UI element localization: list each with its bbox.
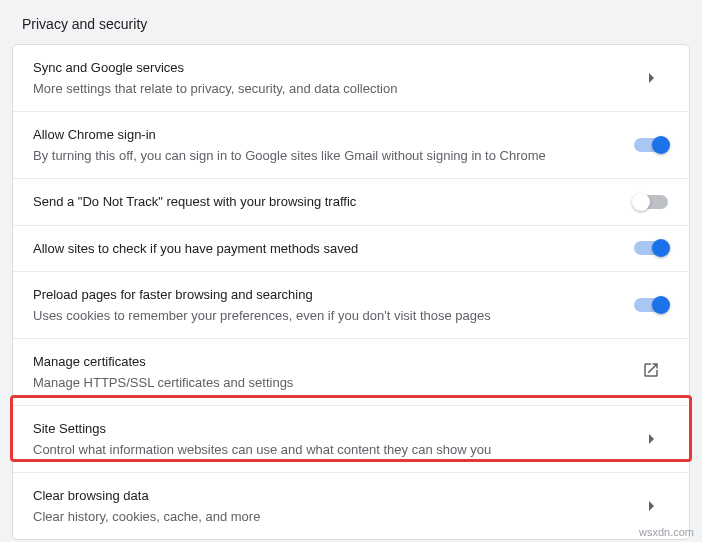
- row-subtitle: Clear history, cookies, cache, and more: [33, 507, 617, 527]
- toggle-thumb: [652, 239, 670, 257]
- toggle-thumb: [632, 193, 650, 211]
- row-text: Send a "Do Not Track" request with your …: [33, 192, 617, 212]
- row-title: Allow Chrome sign-in: [33, 125, 617, 145]
- chevron-right-icon: [649, 501, 654, 511]
- row-preload-pages[interactable]: Preload pages for faster browsing and se…: [13, 272, 689, 339]
- row-text: Manage certificates Manage HTTPS/SSL cer…: [33, 352, 617, 392]
- row-title: Site Settings: [33, 419, 617, 439]
- row-subtitle: By turning this off, you can sign in to …: [33, 146, 617, 166]
- row-text: Site Settings Control what information w…: [33, 419, 617, 459]
- chevron-right-icon: [649, 434, 654, 444]
- row-control: [633, 138, 669, 152]
- row-text: Clear browsing data Clear history, cooki…: [33, 486, 617, 526]
- toggle-thumb: [652, 296, 670, 314]
- row-text: Preload pages for faster browsing and se…: [33, 285, 617, 325]
- row-title: Send a "Do Not Track" request with your …: [33, 192, 617, 212]
- row-control: [633, 361, 669, 383]
- row-title: Allow sites to check if you have payment…: [33, 239, 617, 259]
- row-subtitle: More settings that relate to privacy, se…: [33, 79, 617, 99]
- row-control: [633, 241, 669, 255]
- external-link-icon: [642, 361, 660, 383]
- watermark: wsxdn.com: [639, 526, 694, 538]
- toggle-thumb: [652, 136, 670, 154]
- row-do-not-track[interactable]: Send a "Do Not Track" request with your …: [13, 179, 689, 226]
- row-control: [633, 195, 669, 209]
- row-control: [633, 434, 669, 444]
- toggle-dnt[interactable]: [634, 195, 668, 209]
- row-text: Allow sites to check if you have payment…: [33, 239, 617, 259]
- row-text: Allow Chrome sign-in By turning this off…: [33, 125, 617, 165]
- row-control: [633, 501, 669, 511]
- section-title: Privacy and security: [12, 12, 690, 44]
- toggle-payment[interactable]: [634, 241, 668, 255]
- row-payment-methods[interactable]: Allow sites to check if you have payment…: [13, 226, 689, 273]
- row-control: [633, 298, 669, 312]
- row-site-settings[interactable]: Site Settings Control what information w…: [13, 406, 689, 473]
- chevron-right-icon: [649, 73, 654, 83]
- settings-card: Sync and Google services More settings t…: [12, 44, 690, 540]
- row-subtitle: Uses cookies to remember your preference…: [33, 306, 617, 326]
- row-title: Clear browsing data: [33, 486, 617, 506]
- row-title: Sync and Google services: [33, 58, 617, 78]
- toggle-preload[interactable]: [634, 298, 668, 312]
- row-text: Sync and Google services More settings t…: [33, 58, 617, 98]
- row-title: Manage certificates: [33, 352, 617, 372]
- row-subtitle: Manage HTTPS/SSL certificates and settin…: [33, 373, 617, 393]
- row-manage-certificates[interactable]: Manage certificates Manage HTTPS/SSL cer…: [13, 339, 689, 406]
- row-title: Preload pages for faster browsing and se…: [33, 285, 617, 305]
- row-subtitle: Control what information websites can us…: [33, 440, 617, 460]
- row-sync-google-services[interactable]: Sync and Google services More settings t…: [13, 45, 689, 112]
- row-control: [633, 73, 669, 83]
- row-clear-browsing-data[interactable]: Clear browsing data Clear history, cooki…: [13, 473, 689, 539]
- row-allow-chrome-signin[interactable]: Allow Chrome sign-in By turning this off…: [13, 112, 689, 179]
- toggle-signin[interactable]: [634, 138, 668, 152]
